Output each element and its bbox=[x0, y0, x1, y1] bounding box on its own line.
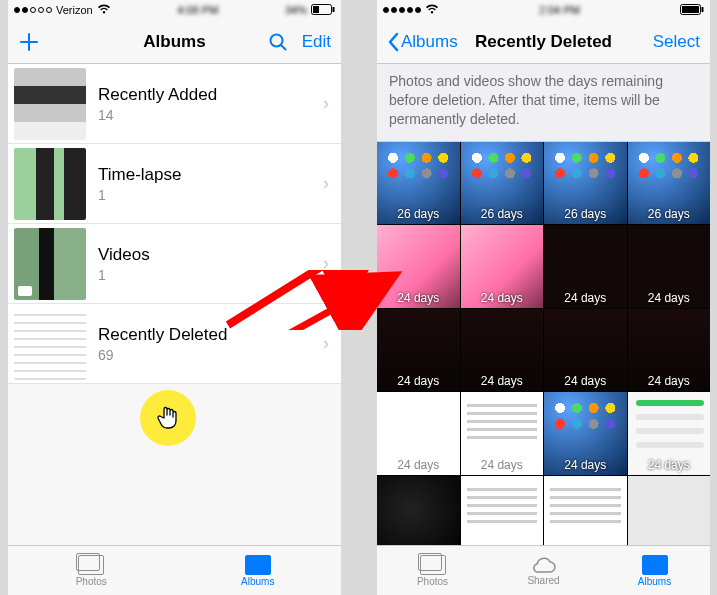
back-label: Albums bbox=[401, 32, 458, 52]
svg-rect-2 bbox=[332, 7, 334, 12]
album-thumbnail bbox=[14, 228, 86, 300]
battery-icon bbox=[311, 4, 335, 17]
days-remaining: 24 days bbox=[461, 374, 544, 388]
phone-albums-screen: Verizon 4:08 PM 34% Albums Edit bbox=[8, 0, 341, 595]
album-list: Recently Added 14 › Time-lapse 1 › Video… bbox=[8, 64, 341, 384]
select-button[interactable]: Select bbox=[653, 32, 700, 52]
days-remaining: 24 days bbox=[544, 458, 627, 472]
albums-icon bbox=[245, 555, 271, 575]
chevron-right-icon: › bbox=[323, 93, 329, 114]
tab-label: Shared bbox=[527, 575, 559, 586]
photo-cell[interactable]: 24 days bbox=[377, 225, 460, 308]
tab-shared[interactable]: Shared bbox=[488, 546, 599, 595]
photo-cell[interactable]: 24 days bbox=[544, 225, 627, 308]
days-remaining: 24 days bbox=[544, 374, 627, 388]
photos-icon bbox=[420, 555, 446, 575]
status-bar: Verizon 4:08 PM 34% bbox=[8, 0, 341, 20]
status-time: 4:08 PM bbox=[177, 4, 218, 16]
days-remaining: 24 days bbox=[377, 291, 460, 305]
nav-bar: Albums Recently Deleted Select bbox=[377, 20, 710, 64]
album-count: 69 bbox=[98, 347, 323, 363]
svg-rect-5 bbox=[682, 6, 699, 13]
tab-label: Photos bbox=[76, 576, 107, 587]
album-title: Recently Deleted bbox=[98, 325, 323, 345]
album-count: 1 bbox=[98, 267, 323, 283]
photo-cell[interactable]: 24 days bbox=[628, 225, 711, 308]
tab-label: Albums bbox=[241, 576, 274, 587]
tab-label: Photos bbox=[417, 576, 448, 587]
svg-rect-6 bbox=[702, 7, 704, 12]
chevron-right-icon: › bbox=[323, 333, 329, 354]
nav-bar: Albums Edit bbox=[8, 20, 341, 64]
days-remaining: 24 days bbox=[628, 458, 711, 472]
annotation-cursor-highlight bbox=[140, 390, 196, 446]
album-count: 14 bbox=[98, 107, 323, 123]
photo-cell[interactable]: 26 days bbox=[544, 142, 627, 225]
chevron-right-icon: › bbox=[323, 253, 329, 274]
info-banner: Photos and videos show the days remainin… bbox=[377, 64, 710, 142]
hand-cursor-icon bbox=[156, 404, 180, 432]
album-row-recently-deleted[interactable]: Recently Deleted 69 › bbox=[8, 304, 341, 384]
days-remaining: 24 days bbox=[377, 458, 460, 472]
album-row-time-lapse[interactable]: Time-lapse 1 › bbox=[8, 144, 341, 224]
albums-icon bbox=[642, 555, 668, 575]
carrier-label: Verizon bbox=[56, 4, 93, 16]
edit-button[interactable]: Edit bbox=[302, 32, 331, 52]
tab-bar: Photos Albums bbox=[8, 545, 341, 595]
photo-cell[interactable]: 26 days bbox=[628, 142, 711, 225]
tab-photos[interactable]: Photos bbox=[8, 546, 175, 595]
add-album-button[interactable] bbox=[18, 31, 40, 53]
album-count: 1 bbox=[98, 187, 323, 203]
tab-albums[interactable]: Albums bbox=[175, 546, 342, 595]
nav-title: Recently Deleted bbox=[467, 32, 620, 52]
deleted-photos-grid: 26 days 26 days 26 days 26 days 24 days … bbox=[377, 142, 710, 559]
phone-recently-deleted-screen: 2:04 PM Albums Recently Deleted Select P… bbox=[377, 0, 710, 595]
signal-dots-icon bbox=[14, 7, 52, 13]
status-time: 2:04 PM bbox=[539, 4, 580, 16]
days-remaining: 24 days bbox=[461, 458, 544, 472]
photo-cell[interactable]: 24 days bbox=[377, 309, 460, 392]
album-row-videos[interactable]: Videos 1 › bbox=[8, 224, 341, 304]
days-remaining: 26 days bbox=[628, 207, 711, 221]
album-thumbnail bbox=[14, 148, 86, 220]
wifi-icon bbox=[97, 4, 111, 16]
status-bar: 2:04 PM bbox=[377, 0, 710, 20]
album-thumbnail bbox=[14, 308, 86, 380]
days-remaining: 24 days bbox=[628, 291, 711, 305]
album-title: Time-lapse bbox=[98, 165, 323, 185]
svg-rect-1 bbox=[313, 6, 319, 13]
photo-cell[interactable]: 24 days bbox=[628, 309, 711, 392]
svg-point-3 bbox=[270, 34, 282, 46]
album-title: Recently Added bbox=[98, 85, 323, 105]
album-row-recently-added[interactable]: Recently Added 14 › bbox=[8, 64, 341, 144]
days-remaining: 26 days bbox=[461, 207, 544, 221]
photo-cell[interactable]: 24 days bbox=[544, 392, 627, 475]
back-button[interactable]: Albums bbox=[387, 32, 458, 52]
days-remaining: 24 days bbox=[544, 291, 627, 305]
photo-cell[interactable]: 24 days bbox=[461, 392, 544, 475]
days-remaining: 24 days bbox=[377, 374, 460, 388]
album-thumbnail bbox=[14, 68, 86, 140]
photo-cell[interactable]: 24 days bbox=[544, 309, 627, 392]
shared-icon bbox=[531, 556, 557, 574]
photo-cell[interactable]: 26 days bbox=[377, 142, 460, 225]
chevron-right-icon: › bbox=[323, 173, 329, 194]
tab-bar: Photos Shared Albums bbox=[377, 545, 710, 595]
search-button[interactable] bbox=[268, 32, 288, 52]
battery-icon bbox=[680, 4, 704, 17]
days-remaining: 24 days bbox=[628, 374, 711, 388]
tab-photos[interactable]: Photos bbox=[377, 546, 488, 595]
photo-cell[interactable]: 24 days bbox=[377, 392, 460, 475]
wifi-icon bbox=[425, 4, 439, 16]
photo-cell[interactable]: 24 days bbox=[461, 309, 544, 392]
photo-cell[interactable]: 26 days bbox=[461, 142, 544, 225]
album-title: Videos bbox=[98, 245, 323, 265]
photo-cell[interactable]: 24 days bbox=[628, 392, 711, 475]
signal-dots-icon bbox=[383, 7, 421, 13]
tab-albums[interactable]: Albums bbox=[599, 546, 710, 595]
days-remaining: 24 days bbox=[461, 291, 544, 305]
days-remaining: 26 days bbox=[544, 207, 627, 221]
tab-label: Albums bbox=[638, 576, 671, 587]
photo-cell[interactable]: 24 days bbox=[461, 225, 544, 308]
battery-percent: 34% bbox=[285, 4, 307, 16]
